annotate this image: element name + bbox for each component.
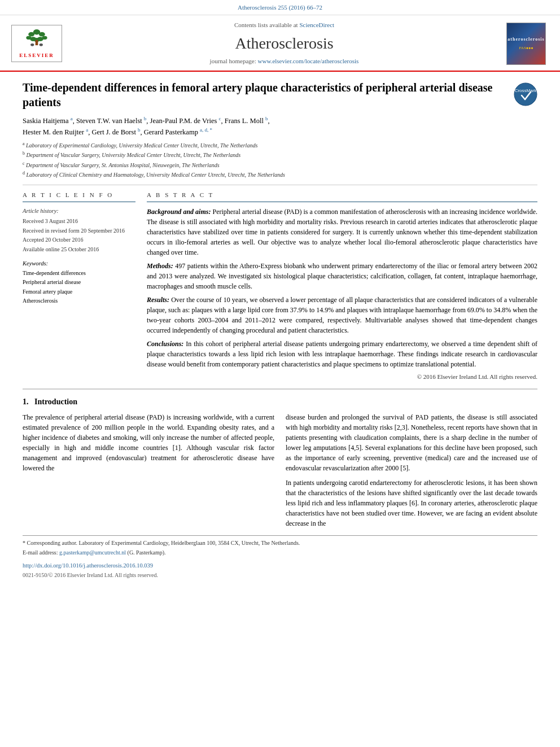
abstract-conclusions: Conclusions: In this cohort of periphera… <box>147 339 537 369</box>
abstract-background: Background and aims: Peripheral arterial… <box>147 207 537 257</box>
journal-cover: atherosclerosis FAS●●● <box>506 23 549 65</box>
intro-right-text: disease burden and prolonged the surviva… <box>286 412 537 473</box>
svg-point-10 <box>40 43 43 46</box>
authors-line: Saskia Haitjema a, Steven T.W. van Haels… <box>23 115 537 137</box>
journal-title-block: Contents lists available at ScienceDirec… <box>62 21 506 66</box>
svg-point-1 <box>28 32 34 37</box>
issn-line: 0021-9150/© 2016 Elsevier Ireland Ltd. A… <box>23 571 537 580</box>
svg-text:CrossMark: CrossMark <box>515 88 537 93</box>
abstract-column: A B S T R A C T Background and aims: Per… <box>147 191 537 382</box>
abstract-text: Background and aims: Peripheral arterial… <box>147 207 537 369</box>
introduction-columns: The prevalence of peripheral arterial di… <box>23 412 537 528</box>
article-body: CrossMark Time-dependent differences in … <box>0 72 560 588</box>
divider-2 <box>23 388 537 390</box>
svg-point-9 <box>30 43 34 46</box>
svg-point-2 <box>39 32 45 37</box>
article-info-abstract: A R T I C L E I N F O Article history: R… <box>23 191 537 382</box>
journal-citation-bar: Atherosclerosis 255 (2016) 66–72 <box>0 0 560 15</box>
journal-name: Atherosclerosis <box>62 32 506 55</box>
crossmark-badge: CrossMark <box>514 82 537 110</box>
abstract-heading: A B S T R A C T <box>147 191 537 202</box>
footnote-area: * Corresponding author. Laboratory of Ex… <box>23 535 537 557</box>
elsevier-logo: ELSEVIER <box>11 25 62 62</box>
keywords-block: Keywords: Time-dependent differences Per… <box>23 259 135 305</box>
contents-available-line: Contents lists available at ScienceDirec… <box>62 21 506 30</box>
elsevier-brand-text: ELSEVIER <box>14 52 59 59</box>
journal-citation: Atherosclerosis 255 (2016) 66–72 <box>238 4 322 11</box>
article-history: Article history: Received 3 August 2016 … <box>23 207 135 254</box>
copyright-line: © 2016 Elsevier Ireland Ltd. All rights … <box>147 373 537 382</box>
intro-left-col: The prevalence of peripheral arterial di… <box>23 412 274 528</box>
section-title: 1. Introduction <box>23 396 537 408</box>
corresponding-author-note: * Corresponding author. Laboratory of Ex… <box>23 539 537 548</box>
intro-right-col: disease burden and prolonged the surviva… <box>286 412 537 528</box>
svg-point-11 <box>514 83 537 106</box>
intro-right-text-2: In patients undergoing carotid endartere… <box>286 478 537 528</box>
elsevier-tree-icon <box>23 28 51 47</box>
article-info-heading: A R T I C L E I N F O <box>23 191 135 202</box>
doi-link[interactable]: http://dx.doi.org/10.1016/j.atherosclero… <box>23 562 153 569</box>
article-title: Time-dependent differences in femoral ar… <box>23 80 537 110</box>
introduction-section: 1. Introduction The prevalence of periph… <box>23 396 537 528</box>
journal-homepage-link[interactable]: www.elsevier.com/locate/atherosclerosis <box>258 58 359 64</box>
svg-rect-8 <box>36 40 38 45</box>
intro-left-text: The prevalence of peripheral arterial di… <box>23 412 274 473</box>
journal-homepage: journal homepage: www.elsevier.com/locat… <box>62 57 506 66</box>
author-email-link[interactable]: g.pasterkamp@umcutrecht.nl <box>59 549 126 556</box>
affiliations: a Laboratory of Experimental Cardiology,… <box>23 141 537 179</box>
journal-header: ELSEVIER Contents lists available at Sci… <box>0 15 560 72</box>
page: Atherosclerosis 255 (2016) 66–72 <box>0 0 560 747</box>
doi-line: http://dx.doi.org/10.1016/j.atherosclero… <box>23 561 537 570</box>
divider-1 <box>23 185 537 185</box>
article-info-column: A R T I C L E I N F O Article history: R… <box>23 191 135 382</box>
sciencedirect-link[interactable]: ScienceDirect <box>299 21 334 28</box>
abstract-results: Results: Over the course of 10 years, we… <box>147 295 537 335</box>
journal-cover-image: atherosclerosis FAS●●● <box>506 23 546 65</box>
crossmark-icon: CrossMark <box>514 82 537 106</box>
email-note: E-mail address: g.pasterkamp@umcutrecht.… <box>23 549 537 557</box>
abstract-methods: Methods: 497 patients within the Athero-… <box>147 261 537 291</box>
article-title-area: CrossMark Time-dependent differences in … <box>23 80 537 110</box>
